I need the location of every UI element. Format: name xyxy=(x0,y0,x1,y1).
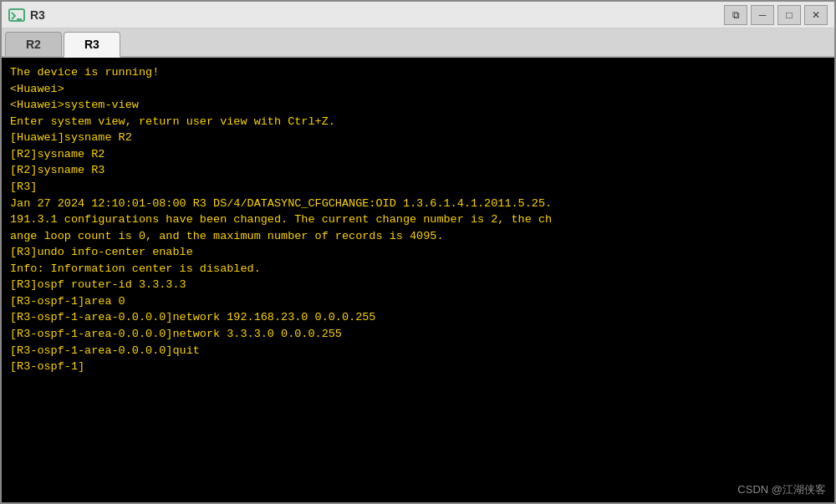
terminal-line: [R3-ospf-1-area-0.0.0.0]network 192.168.… xyxy=(10,309,826,326)
terminal-line: [R3-ospf-1]area 0 xyxy=(10,293,826,310)
terminal-line: [R3-ospf-1] xyxy=(10,359,826,375)
terminal-line: [R3]undo info-center enable xyxy=(10,244,826,261)
terminal-line: [R2]sysname R3 xyxy=(10,162,826,179)
main-window: R3 ⧉ ─ □ ✕ R2 R3 The device is running!<… xyxy=(0,0,836,504)
tab-r2[interactable]: R2 xyxy=(5,32,62,56)
app-icon xyxy=(8,7,25,23)
minimize-button[interactable]: ─ xyxy=(751,5,774,25)
restore-button[interactable]: ⧉ xyxy=(724,5,747,25)
maximize-button[interactable]: □ xyxy=(777,5,801,25)
terminal-line: [R3-ospf-1-area-0.0.0.0]quit xyxy=(10,343,826,359)
terminal-line: [R3-ospf-1-area-0.0.0.0]network 3.3.3.0 … xyxy=(10,326,826,343)
terminal-line: <Huawei>system-view xyxy=(10,97,826,114)
terminal-line: [R3]ospf router-id 3.3.3.3 xyxy=(10,277,826,293)
title-bar-left: R3 xyxy=(8,7,45,23)
tab-r3[interactable]: R3 xyxy=(64,32,120,58)
terminal-line: Info: Information center is disabled. xyxy=(10,261,826,277)
terminal-line: [Huawei]sysname R2 xyxy=(10,130,826,146)
terminal-line: [R3] xyxy=(10,179,826,196)
terminal-line: ange loop count is 0, and the maximum nu… xyxy=(10,228,826,245)
close-button[interactable]: ✕ xyxy=(804,5,828,25)
title-bar: R3 ⧉ ─ □ ✕ xyxy=(2,2,834,28)
terminal-line: Enter system view, return user view with… xyxy=(10,114,826,130)
terminal-line: The device is running! xyxy=(10,64,826,81)
terminal-line: Jan 27 2024 12:10:01-08:00 R3 DS/4/DATAS… xyxy=(10,196,826,212)
terminal-line: <Huawei> xyxy=(10,81,826,98)
tab-bar: R2 R3 xyxy=(2,28,834,58)
window-title: R3 xyxy=(30,8,45,22)
terminal-line: 191.3.1 configurations have been changed… xyxy=(10,211,826,228)
terminal-output[interactable]: The device is running!<Huawei><Huawei>sy… xyxy=(2,58,834,502)
terminal-line: [R2]sysname R2 xyxy=(10,146,826,163)
window-controls: ⧉ ─ □ ✕ xyxy=(724,5,828,25)
